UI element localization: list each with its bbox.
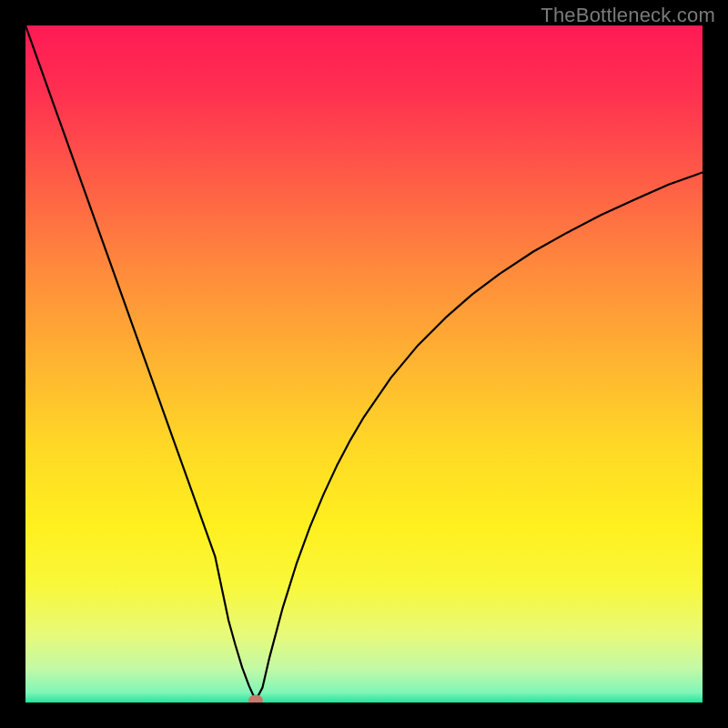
gradient-background xyxy=(25,25,703,703)
chart-frame: TheBottleneck.com xyxy=(0,0,728,728)
attribution-label: TheBottleneck.com xyxy=(541,4,715,27)
chart-svg xyxy=(25,25,703,703)
plot-area xyxy=(25,25,703,703)
